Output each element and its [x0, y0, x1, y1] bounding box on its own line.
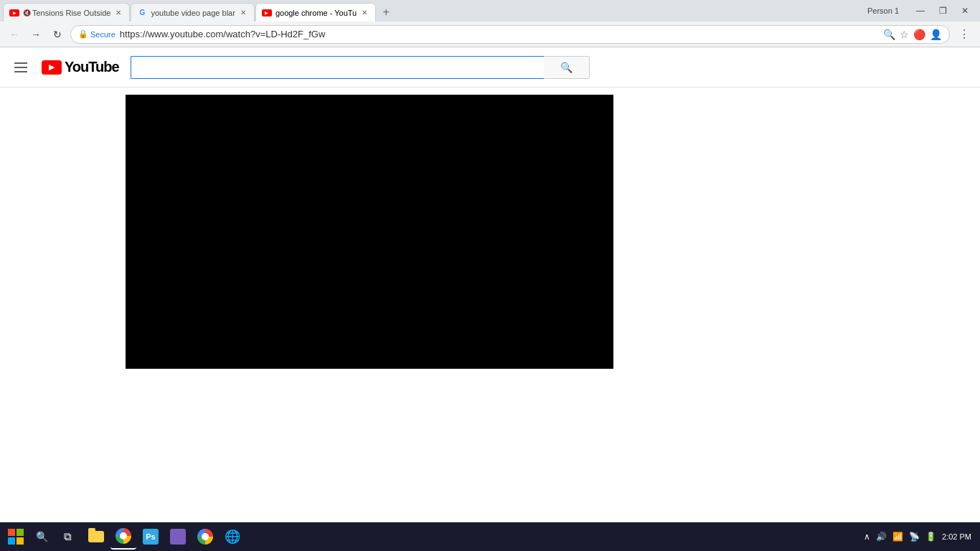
profile-name: Person 1: [867, 6, 899, 15]
network-icon[interactable]: 📶: [892, 532, 903, 542]
youtube-logo[interactable]: YouTube: [42, 59, 119, 75]
clipchamp-taskbar-button[interactable]: [165, 524, 191, 550]
youtube-favicon-icon2: [262, 9, 272, 17]
lock-icon: 🔒: [78, 29, 88, 39]
system-clock: 2:02 PM: [942, 532, 971, 541]
new-tab-button[interactable]: +: [377, 3, 395, 22]
battery-icon[interactable]: 🔋: [925, 532, 936, 542]
win-logo-green: [17, 529, 24, 536]
taskbar-search-button[interactable]: 🔍: [29, 527, 55, 547]
tab2-close-button[interactable]: ✕: [238, 8, 248, 18]
menu-line-2: [14, 67, 27, 68]
youtube-main: [0, 88, 980, 369]
tab-tensions[interactable]: 🔇 Tensions Rise Outside ✕: [3, 3, 130, 22]
wifi-icon[interactable]: 📡: [909, 532, 920, 542]
menu-line-3: [14, 71, 27, 72]
win-logo-red: [8, 529, 15, 536]
tab2-label: youtube video page blar: [151, 9, 235, 17]
photoshop-taskbar-button[interactable]: Ps: [138, 524, 164, 550]
video-column: [0, 88, 980, 369]
clipchamp-icon: [170, 529, 186, 545]
tab-youtube-blank[interactable]: G youtube video page blar ✕: [131, 3, 254, 22]
maximize-button[interactable]: ❐: [936, 4, 950, 17]
colorball-icon: 🌐: [225, 529, 240, 545]
volume-icon[interactable]: 🔊: [876, 532, 887, 542]
taskbar-items: Ps 🌐: [80, 524, 864, 550]
start-button[interactable]: [3, 524, 29, 550]
photoshop-icon: Ps: [143, 529, 159, 545]
tab3-favicon: [262, 8, 272, 18]
youtube-logo-icon: [42, 60, 62, 75]
taskbar: 🔍 ⧉ Ps 🌐 ∧ 🔊 📶 📡: [0, 522, 980, 551]
youtube-logo-text: YouTube: [65, 59, 119, 75]
search-area: 🔍: [131, 56, 590, 79]
menu-line-1: [14, 62, 27, 64]
system-tray: ∧ 🔊 📶 📡 🔋 2:02 PM: [864, 532, 977, 542]
search-icon[interactable]: 🔍: [883, 29, 895, 40]
reload-button[interactable]: ↻: [49, 26, 66, 43]
minimize-button[interactable]: —: [913, 4, 928, 17]
file-explorer-button[interactable]: [83, 524, 109, 550]
search-button[interactable]: 🔍: [544, 56, 590, 79]
hamburger-menu-button[interactable]: [11, 60, 30, 75]
extension-icon[interactable]: 🔴: [913, 29, 925, 40]
chrome-icon2: [197, 529, 213, 545]
tab1-favicon: [9, 8, 19, 18]
win-logo-yellow: [17, 537, 24, 545]
youtube-favicon-icon: [9, 9, 19, 17]
tab-google-chrome-youtube[interactable]: google chrome - YouTu ✕: [255, 3, 376, 22]
title-bar: 🔇 Tensions Rise Outside ✕ G youtube vide…: [0, 0, 980, 22]
chrome-icon: [116, 528, 131, 544]
address-icons: 🔍 ☆ 🔴 👤: [883, 29, 942, 40]
address-url[interactable]: https://www.youtube.com/watch?v=LD-Hd2F_…: [120, 29, 879, 39]
extra-app-button[interactable]: 🌐: [220, 524, 245, 550]
chrome-taskbar-button[interactable]: [110, 524, 136, 550]
tab2-favicon: G: [137, 8, 147, 18]
task-view-icon: ⧉: [64, 530, 72, 543]
close-button[interactable]: ✕: [958, 4, 971, 17]
secure-badge: 🔒 Secure: [78, 29, 116, 39]
tab3-close-button[interactable]: ✕: [359, 8, 369, 18]
youtube-header: YouTube 🔍: [0, 47, 980, 88]
forward-button[interactable]: →: [27, 26, 44, 43]
back-button[interactable]: ←: [6, 26, 23, 43]
time-display: 2:02 PM: [942, 532, 971, 541]
address-bar: ← → ↻ 🔒 Secure https://www.youtube.com/w…: [0, 22, 980, 47]
page-content: YouTube 🔍: [0, 47, 980, 551]
chrome-taskbar-button2[interactable]: [192, 524, 218, 550]
tab1-close-button[interactable]: ✕: [113, 8, 123, 18]
bookmark-icon[interactable]: ☆: [900, 29, 909, 40]
task-view-button[interactable]: ⧉: [55, 524, 80, 550]
chrome-menu-button[interactable]: ⋮: [954, 26, 974, 42]
secure-label: Secure: [90, 30, 116, 39]
tab1-mute-icon: 🔇: [23, 9, 31, 17]
folder-icon: [88, 531, 104, 542]
window-controls: Person 1 — ❐ ✕: [867, 4, 977, 17]
win-logo-blue: [8, 537, 15, 545]
search-input[interactable]: [131, 56, 544, 79]
windows-logo-icon: [8, 529, 24, 545]
address-input-wrap[interactable]: 🔒 Secure https://www.youtube.com/watch?v…: [70, 25, 950, 44]
up-arrow-icon[interactable]: ∧: [864, 532, 870, 542]
tab3-label: google chrome - YouTu: [275, 9, 357, 17]
google-favicon-icon: G: [140, 9, 146, 17]
chrome-browser: 🔇 Tensions Rise Outside ✕ G youtube vide…: [0, 0, 980, 551]
account-icon[interactable]: 👤: [930, 29, 942, 40]
tab1-label: Tensions Rise Outside: [32, 9, 110, 17]
tabs-area: 🔇 Tensions Rise Outside ✕ G youtube vide…: [3, 0, 867, 22]
video-player[interactable]: [126, 95, 613, 369]
